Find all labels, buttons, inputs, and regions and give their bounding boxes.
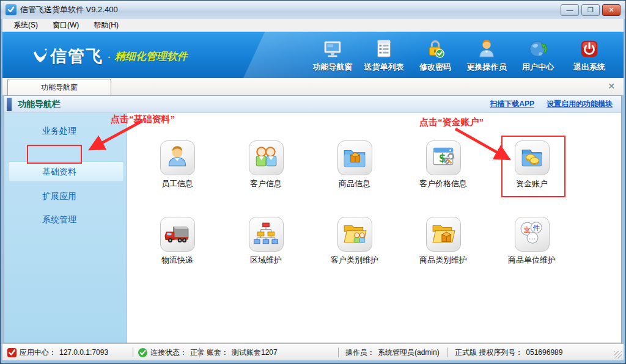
menu-window[interactable]: 窗口(W): [45, 18, 86, 32]
toolbar-button-exit[interactable]: 退出系统: [564, 37, 615, 75]
resize-grip[interactable]: [614, 351, 622, 359]
status-license: 正式版 授权序列号： 051696989: [455, 344, 562, 361]
grid-item-product-category[interactable]: 商品类别维护: [407, 217, 480, 266]
grid-item-product-unit[interactable]: 盒件… 商品单位维护: [495, 217, 569, 266]
grid-item-customer-price[interactable]: $ 客户价格信息: [407, 140, 480, 189]
grid-item-region[interactable]: 区域维护: [229, 217, 303, 266]
toolbar-button-delivery-list[interactable]: 送货单列表: [358, 37, 410, 75]
window-title: 信管飞送货单软件 V9.2.400: [20, 4, 118, 15]
sidebar-item-base-data[interactable]: 基础资料: [10, 167, 108, 178]
svg-text:…: …: [529, 233, 536, 241]
toolbar-button-switch-operator[interactable]: 更换操作员: [461, 37, 512, 75]
accent-bar: [7, 98, 12, 111]
status-app-center: 应用中心： 127.0.0.1:7093: [7, 344, 108, 361]
monitor-icon: [322, 37, 343, 59]
menu-help[interactable]: 帮助(H): [86, 18, 126, 32]
brand-logo: 信管飞 · 精细化管理软件: [31, 45, 188, 67]
globe-icon: [528, 37, 548, 59]
grid-item-funds-account[interactable]: 资金账户: [495, 140, 569, 189]
brand-name: 信管飞: [50, 45, 103, 67]
grid-item-customer-category[interactable]: 客户类别维护: [318, 217, 391, 266]
grid-item-employee-info[interactable]: 员工信息: [141, 140, 214, 189]
grid-item-customer-info[interactable]: 客户信息: [229, 140, 303, 189]
customers-icon: [253, 144, 279, 172]
panel-title: 功能导航栏: [18, 99, 61, 110]
product-category-icon: [430, 220, 456, 249]
employee-icon: [164, 144, 190, 172]
app-center-icon: [7, 348, 17, 357]
customer-price-icon: $: [430, 144, 456, 172]
status-connection-value: 正常: [190, 348, 205, 358]
status-account-value: 测试账套1207: [232, 348, 278, 358]
panel-header: 功能导航栏 扫描下载APP 设置启用的功能模块: [4, 96, 621, 113]
annotation-click-base-data: 点击“基础资料”: [111, 114, 175, 125]
app-logo-icon: [6, 4, 17, 15]
grid-item-product-info[interactable]: 商品信息: [318, 140, 391, 189]
svg-text:件: 件: [533, 224, 540, 232]
status-operator: 操作员： 系统管理员(admin): [345, 344, 440, 361]
menu-system[interactable]: 系统(S): [6, 18, 45, 32]
link-scan-download-app[interactable]: 扫描下载APP: [490, 99, 534, 109]
menu-bar: 系统(S) 窗口(W) 帮助(H): [2, 19, 624, 32]
funds-account-icon: [519, 144, 545, 172]
status-operator-value: 系统管理员(admin): [378, 348, 440, 358]
status-bar: 应用中心： 127.0.0.1:7093 连接状态： 正常 账套： 测试账套12…: [2, 343, 624, 360]
title-bar[interactable]: 信管飞送货单软件 V9.2.400 — ❐ ✕: [1, 1, 625, 19]
sidebar-item-business[interactable]: 业务处理: [10, 126, 108, 137]
power-icon: [579, 37, 600, 59]
sidebar: 业务处理 基础资料 扩展应用 系统管理: [4, 113, 127, 343]
logistics-truck-icon: [164, 220, 190, 249]
status-license-value: 051696989: [526, 348, 562, 357]
icon-grid: 员工信息 客户信息 商品信息 $ 客户价格信息: [127, 113, 621, 343]
sidebar-item-extensions[interactable]: 扩展应用: [10, 191, 108, 202]
status-app-center-value: 127.0.0.1:7093: [59, 348, 108, 357]
restore-button[interactable]: ❐: [581, 4, 600, 16]
brand-bird-icon: [31, 46, 50, 66]
customer-category-icon: [342, 220, 367, 249]
main-toolbar: 信管飞 · 精细化管理软件 功能导航窗 送货单列表 修改密码: [2, 32, 624, 78]
status-account: 账套： 测试账套1207: [207, 344, 278, 361]
tab-close-icon[interactable]: ✕: [608, 81, 615, 91]
brand-separator: ·: [107, 49, 111, 64]
region-tree-icon: [253, 220, 279, 249]
toolbar-button-user-center[interactable]: 用户中心: [512, 37, 564, 75]
document-list-icon: [374, 37, 394, 59]
link-enable-modules[interactable]: 设置启用的功能模块: [547, 99, 613, 109]
product-info-icon: [342, 144, 367, 172]
connection-ok-icon: [138, 348, 147, 357]
nav-panel: 功能导航栏 扫描下载APP 设置启用的功能模块 业务处理 基础资料 扩展应用 系…: [4, 95, 622, 343]
lock-check-icon: [425, 37, 446, 59]
operator-icon: [476, 37, 497, 59]
minimize-button[interactable]: —: [561, 4, 579, 16]
product-unit-icon: 盒件…: [519, 220, 545, 249]
grid-item-logistics[interactable]: 物流快递: [141, 217, 214, 266]
tab-nav-window[interactable]: 功能导航窗: [7, 79, 111, 95]
application-window: 信管飞送货单软件 V9.2.400 — ❐ ✕ 系统(S) 窗口(W) 帮助(H…: [0, 0, 626, 364]
toolbar-button-change-password[interactable]: 修改密码: [410, 37, 461, 75]
toolbar-button-nav-window[interactable]: 功能导航窗: [307, 37, 358, 75]
sidebar-item-system[interactable]: 系统管理: [10, 214, 108, 225]
brand-tagline: 精细化管理软件: [115, 49, 188, 64]
status-connection: 连接状态： 正常: [138, 344, 205, 361]
tab-strip: 功能导航窗 ✕: [2, 78, 624, 95]
close-button[interactable]: ✕: [602, 4, 620, 16]
annotation-click-funds-account: 点击“资金账户”: [419, 117, 484, 128]
